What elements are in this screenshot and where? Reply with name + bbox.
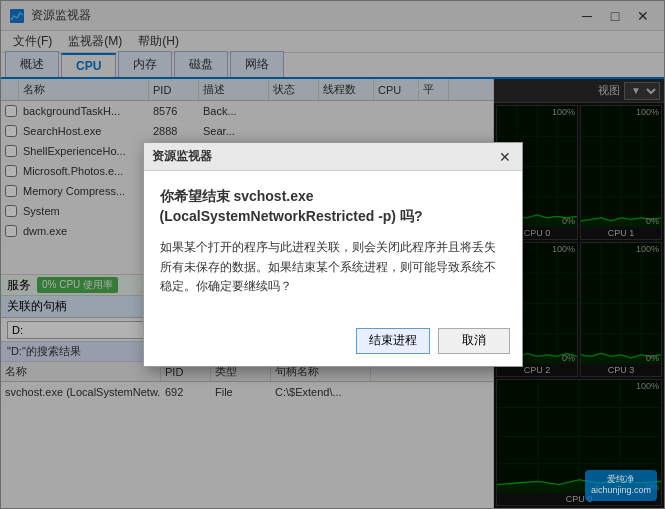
watermark-line1: 爱纯净 — [591, 474, 651, 486]
modal-dialog: 资源监视器 ✕ 你希望结束 svchost.exe (LocalSystemNe… — [143, 142, 523, 367]
modal-heading: 你希望结束 svchost.exe (LocalSystemNetworkRes… — [160, 187, 506, 226]
watermark: 爱纯净 aichunjing.com — [585, 470, 657, 501]
modal-footer: 结束进程 取消 — [144, 320, 522, 366]
watermark-box: 爱纯净 aichunjing.com — [585, 470, 657, 501]
modal-body: 你希望结束 svchost.exe (LocalSystemNetworkRes… — [144, 171, 522, 320]
cancel-button[interactable]: 取消 — [438, 328, 510, 354]
modal-title: 资源监视器 — [152, 148, 212, 165]
modal-close-button[interactable]: ✕ — [496, 148, 514, 166]
modal-text: 如果某个打开的程序与此进程关联，则会关闭此程序并且将丢失所有未保存的数据。如果结… — [160, 238, 506, 296]
confirm-end-process-button[interactable]: 结束进程 — [356, 328, 430, 354]
modal-overlay: 资源监视器 ✕ 你希望结束 svchost.exe (LocalSystemNe… — [0, 0, 665, 509]
watermark-line2: aichunjing.com — [591, 485, 651, 497]
modal-title-bar: 资源监视器 ✕ — [144, 143, 522, 171]
